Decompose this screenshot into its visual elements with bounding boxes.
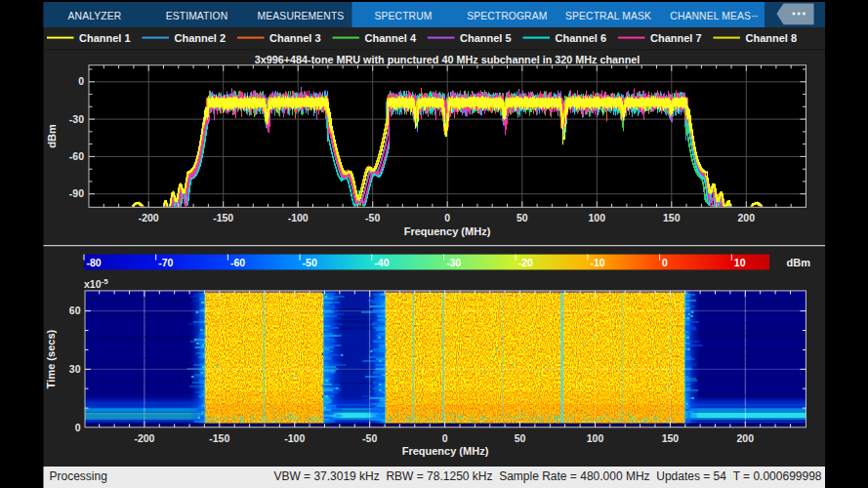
svg-text:-80: -80	[87, 257, 102, 268]
svg-text:0: 0	[444, 212, 450, 224]
svg-text:150: 150	[663, 212, 681, 224]
svg-text:-50: -50	[303, 257, 317, 268]
svg-text:-40: -40	[374, 257, 389, 268]
svg-text:100: 100	[587, 432, 604, 444]
svg-text:Time (secs): Time (secs)	[45, 329, 57, 388]
svg-text:Channel 1: Channel 1	[79, 32, 131, 44]
svg-text:0: 0	[78, 75, 84, 87]
svg-text:-100: -100	[284, 432, 305, 444]
svg-text:-90: -90	[69, 187, 84, 199]
svg-text:Frequency (MHz): Frequency (MHz)	[404, 225, 491, 237]
svg-text:0: 0	[442, 432, 448, 444]
svg-text:Channel 7: Channel 7	[650, 32, 702, 44]
svg-text:3x996+484-tone MRU with punctu: 3x996+484-tone MRU with punctured 40 MHz…	[255, 54, 640, 65]
svg-text:Channel 2: Channel 2	[175, 32, 227, 44]
svg-text:ANALYZER: ANALYZER	[68, 11, 122, 21]
svg-text:dBm: dBm	[46, 124, 58, 148]
svg-text:Channel 8: Channel 8	[746, 32, 798, 44]
svg-text:Processing: Processing	[50, 469, 107, 483]
svg-text:-70: -70	[158, 257, 173, 268]
svg-text:0: 0	[75, 422, 81, 433]
svg-text:100: 100	[589, 212, 606, 224]
svg-text:150: 150	[662, 432, 680, 444]
svg-text:-150: -150	[213, 212, 233, 224]
svg-text:-150: -150	[209, 432, 229, 444]
svg-text:60: 60	[69, 305, 81, 316]
svg-text:200: 200	[738, 212, 756, 224]
svg-text:Channel 3: Channel 3	[269, 32, 321, 44]
svg-text:200: 200	[737, 432, 755, 444]
svg-text:-60: -60	[230, 257, 245, 268]
svg-text:Channel 6: Channel 6	[556, 32, 607, 44]
svg-text:-60: -60	[69, 150, 84, 162]
svg-text:ESTIMATION: ESTIMATION	[166, 11, 228, 21]
svg-text:0: 0	[662, 257, 668, 268]
svg-text:Channel 4: Channel 4	[365, 32, 417, 44]
svg-text:MEASUREMENTS: MEASUREMENTS	[258, 11, 345, 21]
svg-text:50: 50	[515, 432, 526, 444]
svg-text:-20: -20	[518, 257, 533, 268]
svg-text:Frequency (MHz): Frequency (MHz)	[402, 445, 489, 457]
svg-text:50: 50	[517, 212, 528, 224]
svg-text:-10: -10	[590, 257, 604, 268]
svg-text:VBW = 37.3019 kHz RBW = 78.12: VBW = 37.3019 kHz RBW = 78.1250 kHz Samp…	[273, 469, 821, 483]
svg-text:SPECTRAL MASK: SPECTRAL MASK	[565, 11, 651, 21]
svg-text:30: 30	[69, 363, 81, 375]
svg-text:dBm: dBm	[787, 257, 811, 268]
svg-text:SPECTRUM: SPECTRUM	[375, 11, 433, 21]
svg-text:CHANNEL MEAS···: CHANNEL MEAS···	[670, 11, 758, 21]
svg-text:Channel 5: Channel 5	[460, 32, 512, 44]
svg-text:-200: -200	[139, 212, 159, 224]
svg-text:-100: -100	[288, 212, 309, 224]
svg-text:10: 10	[734, 257, 746, 268]
svg-text:-50: -50	[362, 432, 377, 444]
svg-text:-200: -200	[134, 432, 154, 444]
svg-text:-50: -50	[365, 212, 380, 224]
svg-text:-30: -30	[446, 257, 461, 268]
svg-text:SPECTROGRAM: SPECTROGRAM	[467, 11, 547, 21]
svg-text:-30: -30	[69, 113, 84, 125]
